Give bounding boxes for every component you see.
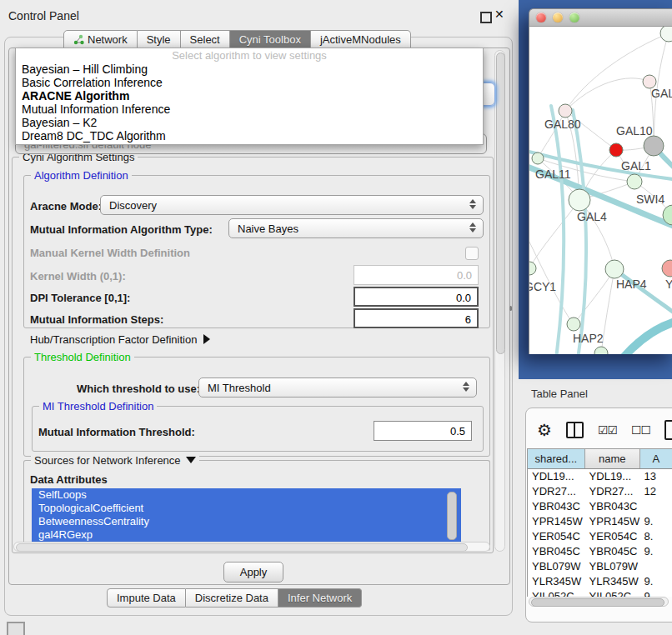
network-window-titlebar[interactable] xyxy=(529,8,672,27)
column-header-1[interactable]: shared... xyxy=(528,449,585,468)
table-toolbar: ⚙ ☑☑ ☐☐ xyxy=(525,417,672,443)
network-canvas[interactable]: GALGAL80GAL10GAL11GAL1SWI4GAL4GCY1HAP4YH… xyxy=(529,27,672,354)
table-row[interactable]: YBL079WYBL079W xyxy=(528,559,672,574)
table-row[interactable]: YDR27...YDR27...12 xyxy=(528,484,672,499)
table-row[interactable]: YIL052CYIL052C9. xyxy=(528,589,672,597)
table-cell xyxy=(640,559,672,574)
network-node[interactable] xyxy=(605,260,624,278)
table-row[interactable]: YPR145WYPR145W9. xyxy=(528,514,672,529)
table-cell: 9. xyxy=(640,589,672,597)
tab-jactivemnodules[interactable]: jActiveMNodules xyxy=(311,30,411,49)
spinner-arrows-icon xyxy=(469,222,476,232)
tab-label: Select xyxy=(190,31,220,48)
tab-infer-network[interactable]: Infer Network xyxy=(278,588,362,608)
splitter-handle[interactable] xyxy=(509,306,512,311)
network-node[interactable] xyxy=(594,347,608,354)
network-node[interactable] xyxy=(609,143,623,157)
minimize-traffic-light-icon[interactable] xyxy=(553,12,563,22)
network-node[interactable] xyxy=(532,152,544,164)
network-node[interactable] xyxy=(627,174,642,189)
dropdown-item[interactable]: Bayesian – Hill Climbing xyxy=(16,62,483,76)
data-attributes-label: Data Attributes xyxy=(30,473,108,486)
table-cell: YPR145W xyxy=(528,514,585,529)
hub-definition-label: Hub/Transcription Factor Definition xyxy=(30,333,197,346)
network-node[interactable] xyxy=(529,262,536,275)
network-node[interactable] xyxy=(567,318,580,331)
node-label: HAP4 xyxy=(616,278,647,291)
network-node[interactable] xyxy=(559,104,572,118)
column-header-3[interactable]: A xyxy=(640,449,672,468)
columns-icon[interactable] xyxy=(566,422,584,438)
list-scrollbar[interactable] xyxy=(447,492,457,540)
network-icon xyxy=(73,34,84,45)
table-row[interactable]: YER054CYER054C8. xyxy=(528,529,672,544)
table-cell: YBR043C xyxy=(528,499,585,514)
dropdown-items: Bayesian – Hill ClimbingBasic Correlatio… xyxy=(16,62,483,142)
data-attribute-item[interactable]: TopologicalCoefficient xyxy=(32,502,461,515)
select-all-checkboxes-icon[interactable]: ☑☑ xyxy=(598,423,617,437)
node-label: HAP2 xyxy=(573,332,604,345)
settings-horizontal-scrollbar[interactable] xyxy=(13,542,490,552)
tab-select[interactable]: Select xyxy=(181,30,230,49)
table-row[interactable]: YDL19...YDL19...13 xyxy=(528,469,672,484)
table-horizontal-scrollbar[interactable] xyxy=(529,597,669,607)
dropdown-hint: Select algorithm to view settings xyxy=(16,48,483,62)
network-node[interactable] xyxy=(660,27,672,42)
zoom-traffic-light-icon[interactable] xyxy=(569,12,579,22)
close-window-icon[interactable]: ✕ xyxy=(494,8,504,21)
mi-type-combo[interactable]: Naive Bayes xyxy=(228,218,484,238)
which-threshold-combo[interactable]: MI Threshold xyxy=(198,378,477,398)
manual-kernel-checkbox[interactable] xyxy=(465,247,479,260)
table-cell: YDR27... xyxy=(585,484,640,499)
dropdown-item[interactable]: Bayesian – K2 xyxy=(16,116,483,129)
hub-definition-toggle[interactable]: Hub/Transcription Factor Definition xyxy=(30,333,210,346)
sources-group-title: Sources for Network Inference xyxy=(31,454,199,467)
table-cell: YPR145W xyxy=(585,514,640,529)
gear-icon[interactable]: ⚙ xyxy=(537,422,552,438)
dropdown-item[interactable]: Dream8 DC_TDC Algorithm xyxy=(16,129,483,142)
table-cell: 9. xyxy=(640,574,672,589)
export-table-icon[interactable] xyxy=(664,420,672,440)
table-row[interactable]: YBR045CYBR045C9. xyxy=(528,544,672,559)
network-node[interactable] xyxy=(662,260,672,277)
mi-steps-label: Mutual Information Steps: xyxy=(30,313,163,326)
tab-label: Infer Network xyxy=(288,589,352,607)
tab-style[interactable]: Style xyxy=(138,30,181,49)
network-edge xyxy=(574,269,614,324)
network-edge xyxy=(623,320,672,354)
kernel-width-field[interactable]: 0.0 xyxy=(354,265,479,285)
data-attribute-item[interactable]: SelfLoops xyxy=(32,488,461,502)
table-cell: YLR345W xyxy=(528,574,585,589)
table-cell: YDL19... xyxy=(528,469,585,484)
dpi-tolerance-field[interactable]: 0.0 xyxy=(354,287,479,307)
float-window-icon[interactable] xyxy=(480,12,492,23)
tab-cyni-toolbox[interactable]: Cyni Toolbox xyxy=(230,30,311,49)
settings-vertical-scrollbar[interactable] xyxy=(494,50,505,552)
aracne-mode-combo[interactable]: Discovery xyxy=(100,195,484,215)
tab-discretize-data[interactable]: Discretize Data xyxy=(186,588,278,608)
network-node[interactable] xyxy=(569,189,590,211)
table-cell: YIL052C xyxy=(528,589,585,597)
dropdown-item[interactable]: Basic Correlation Inference xyxy=(16,76,483,89)
close-traffic-light-icon[interactable] xyxy=(536,12,546,22)
collapsed-panel-icon[interactable] xyxy=(7,622,25,635)
data-attribute-item[interactable]: BetweennessCentrality xyxy=(32,515,461,528)
column-header-2[interactable]: name xyxy=(585,449,640,468)
data-attribute-item[interactable]: gal4RGexp xyxy=(32,528,461,542)
network-node[interactable] xyxy=(644,136,664,156)
dropdown-item[interactable]: ARACNE Algorithm xyxy=(16,89,483,102)
dropdown-item[interactable]: Mutual Information Inference xyxy=(16,102,483,116)
spinner-arrows-icon xyxy=(469,199,476,209)
mi-threshold-field[interactable]: 0.5 xyxy=(374,421,472,441)
tab-network[interactable]: Network xyxy=(63,30,138,49)
table-row[interactable]: YBR043CYBR043C xyxy=(528,499,672,514)
tab-impute-data[interactable]: Impute Data xyxy=(107,588,186,608)
expand-right-icon xyxy=(203,334,210,344)
table-cell: YIL052C xyxy=(585,589,640,597)
node-label: GAL xyxy=(651,87,672,100)
apply-button[interactable]: Apply xyxy=(223,562,283,582)
table-row[interactable]: YLR345WYLR345W9. xyxy=(528,574,672,589)
deselect-all-checkboxes-icon[interactable]: ☐☐ xyxy=(631,423,650,437)
mi-type-label: Mutual Information Algorithm Type: xyxy=(30,223,213,236)
mi-steps-field[interactable]: 6 xyxy=(354,308,479,328)
